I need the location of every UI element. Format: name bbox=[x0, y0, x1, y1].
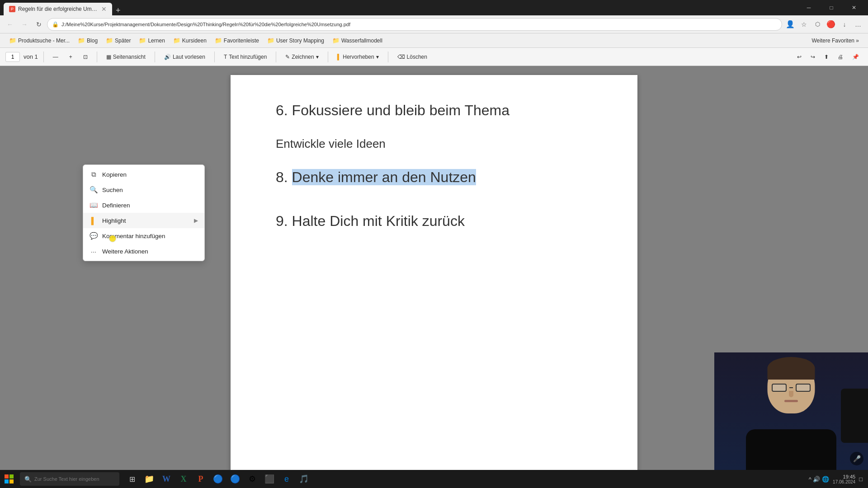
toolbar-divider3 bbox=[155, 52, 155, 62]
svg-rect-0 bbox=[5, 474, 9, 479]
highlight-icon: ▌ bbox=[337, 54, 341, 60]
copy-icon: ⧉ bbox=[90, 170, 98, 178]
refresh-button[interactable]: ↻ bbox=[33, 18, 45, 31]
draw-button[interactable]: ✎ Zeichnen ▾ bbox=[282, 52, 322, 62]
bookmarks-more-button[interactable]: Weitere Favoriten » bbox=[808, 36, 863, 45]
app7-icon: ⚙ bbox=[249, 474, 256, 484]
taskbar-powerpoint[interactable]: P bbox=[193, 471, 209, 487]
forward-button[interactable]: → bbox=[18, 18, 31, 31]
taskbar-search-input[interactable] bbox=[34, 476, 115, 482]
tab-title: Regeln für die erfolgreiche Ums... bbox=[18, 6, 99, 12]
folder-icon: 📁 bbox=[215, 37, 222, 44]
rotate-left-button[interactable]: ↩ bbox=[793, 52, 805, 62]
browser-tab-active[interactable]: P Regeln für die erfolgreiche Ums... ✕ bbox=[4, 3, 112, 15]
taskbar-app5[interactable]: 🔵 bbox=[210, 471, 226, 487]
tab-close-button[interactable]: ✕ bbox=[101, 5, 107, 13]
clock-date: 17.06.2024 bbox=[833, 479, 855, 484]
cursor bbox=[109, 235, 118, 244]
erase-button[interactable]: ⌫ Löschen bbox=[394, 52, 431, 62]
bookmark-userstorymapping[interactable]: 📁 User Story Mapping bbox=[264, 36, 328, 45]
folder-icon: 📁 bbox=[139, 37, 146, 44]
context-menu-kommentar[interactable]: 💬 Kommentar hinzufügen bbox=[83, 228, 204, 244]
profile-icon[interactable]: 👤 bbox=[784, 18, 797, 31]
downloads-icon[interactable]: ↓ bbox=[838, 18, 851, 31]
favorites-icon[interactable]: ☆ bbox=[797, 18, 810, 31]
bookmark-blog[interactable]: 📁 Blog bbox=[74, 36, 101, 45]
bookmark-kursideen[interactable]: 📁 Kursideen bbox=[170, 36, 210, 45]
settings-icon[interactable]: … bbox=[852, 18, 864, 31]
context-menu-definieren[interactable]: 📖 Definieren bbox=[83, 197, 204, 213]
taskbar-search[interactable]: 🔍 bbox=[20, 472, 119, 486]
taskbar-edge[interactable]: e bbox=[278, 471, 295, 487]
folder-icon: 📁 bbox=[267, 37, 274, 44]
bookmark-label: Produktsuche - Mer... bbox=[18, 38, 70, 44]
highlight-label: Hervorheben bbox=[343, 54, 374, 60]
taskbar-word[interactable]: W bbox=[158, 471, 175, 487]
bookmark-später[interactable]: 📁 Später bbox=[102, 36, 134, 45]
tab-favicon: P bbox=[9, 6, 15, 12]
taskbar-app7[interactable]: ⚙ bbox=[244, 471, 260, 487]
address-text: J:/Meine%20Kurse/Projektmanagement/Dokum… bbox=[61, 22, 777, 27]
pdf-heading-6: 6. Fokussiere und bleib beim Thema bbox=[276, 102, 592, 119]
highlight-button[interactable]: ▌ Hervorheben ▾ bbox=[334, 52, 382, 62]
taskbar-chrome[interactable]: 🔵 bbox=[227, 471, 243, 487]
bookmark-label: Lernen bbox=[148, 38, 165, 44]
address-bar[interactable]: 🔒 J:/Meine%20Kurse/Projektmanagement/Dok… bbox=[47, 18, 782, 31]
maximize-button[interactable]: □ bbox=[821, 0, 842, 15]
bookmark-produktsuche[interactable]: 📁 Produktsuche - Mer... bbox=[5, 36, 73, 45]
search-icon: 🔍 bbox=[90, 186, 98, 194]
main-area: 6. Fokussiere und bleib beim Thema Entwi… bbox=[0, 66, 868, 488]
app8-icon: ⬛ bbox=[264, 474, 274, 484]
bookmark-lernen[interactable]: 📁 Lernen bbox=[135, 36, 168, 45]
excel-icon: X bbox=[181, 474, 187, 484]
ctx-suchen-label: Suchen bbox=[102, 187, 123, 193]
taskbar-app8[interactable]: ⬛ bbox=[261, 471, 278, 487]
lock-icon: 🔒 bbox=[52, 21, 59, 28]
back-button[interactable]: ← bbox=[4, 18, 16, 31]
rotate-right-button[interactable]: ↪ bbox=[807, 52, 819, 62]
erase-label: Löschen bbox=[407, 54, 427, 60]
bookmark-wasserfallmodell[interactable]: 📁 Wasserfallmodell bbox=[329, 36, 386, 45]
bookmark-label: Favoritenleiste bbox=[224, 38, 259, 44]
add-text-button[interactable]: T Text hinzufügen bbox=[220, 52, 270, 62]
pdf-subheading-develop: Entwickle viele Ideen bbox=[276, 137, 592, 151]
taskbar-file-explorer[interactable]: 📁 bbox=[141, 471, 157, 487]
start-button[interactable] bbox=[0, 470, 18, 488]
collections-icon[interactable]: ⬡ bbox=[811, 18, 824, 31]
minimize-button[interactable]: ─ bbox=[798, 0, 819, 15]
context-menu-kopieren[interactable]: ⧉ Kopieren bbox=[83, 167, 204, 182]
share-button[interactable]: ⬆ bbox=[821, 52, 832, 62]
webcam-person: 🎤 bbox=[714, 352, 868, 470]
taskbar-app10[interactable]: 🎵 bbox=[296, 471, 312, 487]
pin-button[interactable]: 📌 bbox=[849, 52, 863, 62]
zoom-in-button[interactable]: + bbox=[66, 52, 76, 62]
toolbar-divider4 bbox=[214, 52, 215, 62]
window-controls: ─ □ ✕ bbox=[798, 0, 864, 15]
context-menu-suchen[interactable]: 🔍 Suchen bbox=[83, 182, 204, 197]
ctx-weitere-label: Weitere Aktionen bbox=[102, 248, 148, 255]
bookmark-favoritenleiste[interactable]: 📁 Favoritenleiste bbox=[211, 36, 263, 45]
context-menu-highlight[interactable]: ▌ Highlight ▶ bbox=[83, 213, 204, 228]
close-button[interactable]: ✕ bbox=[844, 0, 864, 15]
zoom-out-button[interactable]: — bbox=[49, 52, 62, 62]
view-label: Seitenansicht bbox=[113, 54, 146, 60]
fit-page-icon: ⊡ bbox=[83, 54, 88, 60]
more-icon: ··· bbox=[90, 247, 98, 255]
nav-bar: ← → ↻ 🔒 J:/Meine%20Kurse/Projektmanageme… bbox=[0, 15, 868, 33]
bookmark-label: Blog bbox=[87, 38, 98, 44]
taskbar-excel[interactable]: X bbox=[175, 471, 192, 487]
toolbar-divider2 bbox=[97, 52, 97, 62]
read-aloud-button[interactable]: 🔊 Laut vorlesen bbox=[160, 52, 209, 62]
context-menu-weitere[interactable]: ··· Weitere Aktionen bbox=[83, 244, 204, 259]
fit-page-button[interactable]: ⊡ bbox=[80, 52, 91, 62]
page-number-input[interactable] bbox=[5, 52, 20, 62]
print-button[interactable]: 🖨 bbox=[834, 52, 847, 62]
extensions-icon[interactable]: 🔴 bbox=[825, 18, 837, 31]
notification-icon[interactable]: □ bbox=[859, 476, 863, 483]
new-tab-button[interactable]: + bbox=[112, 6, 124, 15]
taskbar-task-view[interactable]: ⊞ bbox=[124, 471, 140, 487]
highlight-chevron: ▾ bbox=[376, 54, 379, 60]
page-view-button[interactable]: ▦ Seitenansicht bbox=[103, 52, 149, 62]
webcam-bg: 🎤 bbox=[714, 352, 868, 470]
pdf-toolbar: von 1 — + ⊡ ▦ Seitenansicht 🔊 Laut vorle… bbox=[0, 48, 868, 66]
